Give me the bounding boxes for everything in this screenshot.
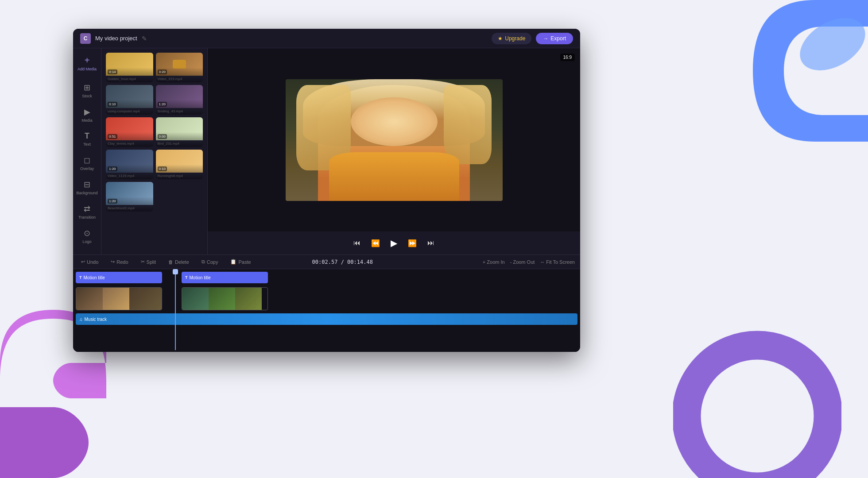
aspect-ratio-badge: 16:9 [560,54,575,61]
sidebar-item-transition[interactable]: ⇄ Transition [75,200,100,223]
export-icon: → [543,35,548,42]
motion-title-clip-2[interactable]: T Motion title [182,272,268,283]
video-clip-2[interactable] [182,287,268,310]
timeline-tracks: T Motion title T Motion title [73,269,580,350]
undo-icon: ↩ [81,259,85,265]
media-icon: ▶ [84,107,90,117]
timeline-zoom-group: + Zoom In - Zoom Out ↔ Fit To Screen [483,259,575,265]
music-track: ♫ Music track [73,312,580,327]
main-layout: + Add Media ⊞ Stock ▶ Media T Text ◻ Ove… [73,48,580,254]
top-bar-left: C My video project ✎ [80,33,147,44]
grid-icon: ⊞ [84,83,90,93]
music-track-clip[interactable]: ♫ Music track [76,313,577,325]
zoom-out-button[interactable]: - Zoom Out [510,259,535,265]
rewind-button[interactable]: ⏪ [369,237,382,249]
preview-area: 16:9 ⏮ ⏪ ▶ ⏩ ⏭ [208,48,580,254]
plus-icon: + [85,55,90,66]
media-thumb-3[interactable]: 1:20 Smiling_43.mp4 [156,85,203,115]
media-panel: 0:14 Golden_hour.mp4 3:20 Video_223.mp4 [101,48,208,254]
motion-title-clip-1[interactable]: T Motion title [76,272,162,283]
sidebar-item-stock[interactable]: ⊞ Stock [75,79,100,102]
paste-icon: 📋 [230,259,236,265]
video-segment-2 [103,288,129,310]
play-button[interactable]: ▶ [389,236,399,250]
delete-icon: 🗑 [168,259,173,265]
skip-start-button[interactable]: ⏮ [352,237,362,249]
copy-button[interactable]: ⧉ Copy [199,258,221,266]
undo-button[interactable]: ↩ Undo [78,258,101,266]
overlay-icon: ◻ [84,155,90,165]
app-window: C My video project ✎ ★ Upgrade → Export … [73,29,580,352]
video-preview: 16:9 [208,48,580,231]
media-thumb-0[interactable]: 0:14 Golden_hour.mp4 [106,53,153,82]
video-track [73,286,580,312]
timeline-playhead[interactable] [175,269,176,350]
timeline-timecode: 00:02.57 / 00:14.48 [312,259,373,265]
copy-icon: ⧉ [202,259,205,265]
fit-screen-button[interactable]: ↔ Fit To Screen [540,259,575,265]
video-segment-3 [129,288,162,310]
video-frame [286,79,503,201]
timeline-area: ↩ Undo ↪ Redo ✂ Split 🗑 Delete ⧉ Copy 📋 [73,254,580,352]
transition-icon: ⇄ [84,204,90,214]
motion-title-track: T Motion title T Motion title [73,269,580,286]
paste-button[interactable]: 📋 Paste [228,258,253,266]
media-thumb-4[interactable]: 0:51 Clay_tennis.mp4 [106,117,153,147]
music-icon: ♫ [79,317,83,322]
export-button[interactable]: → Export [536,33,573,44]
rename-icon[interactable]: ✎ [142,35,147,42]
logo-icon: ⊙ [84,228,90,238]
video-clip-1[interactable] [76,287,162,310]
split-button[interactable]: ✂ Split [138,258,159,266]
sidebar-item-logo[interactable]: ⊙ Logo [75,225,100,247]
project-name[interactable]: My video project [95,35,137,42]
player-controls: ⏮ ⏪ ▶ ⏩ ⏭ [208,231,580,254]
delete-button[interactable]: 🗑 Delete [166,258,192,266]
timeline-toolbar: ↩ Undo ↪ Redo ✂ Split 🗑 Delete ⧉ Copy 📋 [73,255,580,269]
media-thumb-8[interactable]: 1:20 Beachfront2.mp4 [106,182,153,212]
redo-icon: ↪ [111,259,115,265]
star-icon: ★ [498,35,503,42]
media-thumb-5[interactable]: 0:00 Bird_231.mp4 [156,117,203,147]
video-segment-4 [182,288,209,310]
split-icon: ✂ [141,259,145,265]
background-icon: ⊟ [84,180,90,189]
media-thumb-6[interactable]: 1:20 Video_1123.mp4 [106,150,153,179]
sidebar-item-overlay[interactable]: ◻ Overlay [75,152,100,174]
bg-shape-ring [673,292,841,478]
media-grid: 0:14 Golden_hour.mp4 3:20 Video_223.mp4 [106,53,203,212]
video-segment-6 [235,288,262,310]
upgrade-button[interactable]: ★ Upgrade [492,33,531,44]
sidebar: + Add Media ⊞ Stock ▶ Media T Text ◻ Ove… [73,48,101,254]
media-thumb-1[interactable]: 3:20 Video_223.mp4 [156,53,203,82]
media-thumb-2[interactable]: 0:10 using-computer.mp4 [106,85,153,115]
content-area: 0:14 Golden_hour.mp4 3:20 Video_223.mp4 [101,48,580,254]
help-button[interactable]: ? Help [81,251,93,254]
redo-button[interactable]: ↪ Redo [108,258,131,266]
playhead-handle[interactable] [173,269,178,274]
add-media-button[interactable]: + Add Media [76,52,98,75]
video-segment-5 [209,288,235,310]
title-clip-icon-1: T [79,275,82,280]
zoom-in-button[interactable]: + Zoom In [483,259,505,265]
top-bar-right: ★ Upgrade → Export [492,33,573,44]
top-bar: C My video project ✎ ★ Upgrade → Export [73,29,580,48]
text-icon: T [85,131,89,141]
sidebar-item-text[interactable]: T Text [75,128,100,150]
bg-shape-blue [726,0,868,221]
media-thumb-7[interactable]: 0:10 Runninghill.mp4 [156,150,203,179]
skip-end-button[interactable]: ⏭ [426,237,436,249]
fast-forward-button[interactable]: ⏩ [406,237,418,249]
app-logo: C [80,33,91,44]
title-clip-icon-2: T [185,275,188,280]
svg-point-1 [686,345,828,478]
sidebar-item-media[interactable]: ▶ Media [75,104,100,126]
video-segment-1 [76,288,103,310]
sidebar-item-background[interactable]: ⊟ Background [75,176,100,199]
